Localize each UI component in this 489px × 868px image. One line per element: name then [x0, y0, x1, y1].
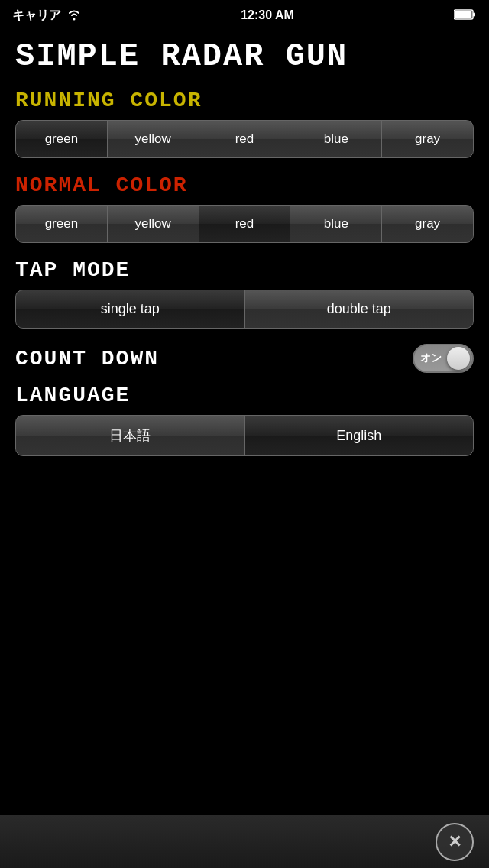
normal-color-green[interactable]: green — [16, 206, 108, 242]
svg-point-0 — [73, 18, 76, 21]
countdown-row: COUNT DOWN オン — [15, 344, 474, 373]
status-bar: キャリア 12:30 AM — [0, 0, 489, 31]
normal-color-yellow[interactable]: yellow — [108, 206, 199, 242]
tap-mode-buttons: single tap double tap — [15, 290, 474, 329]
status-time: 12:30 AM — [241, 8, 294, 22]
tap-mode-label: TAP MODE — [15, 258, 474, 282]
normal-color-buttons: green yellow red blue gray — [15, 205, 474, 243]
language-buttons: 日本語 English — [15, 415, 474, 456]
running-color-blue[interactable]: blue — [290, 121, 382, 157]
running-color-gray[interactable]: gray — [382, 121, 473, 157]
normal-color-red[interactable]: red — [199, 206, 291, 242]
language-english[interactable]: English — [245, 416, 474, 455]
normal-color-blue[interactable]: blue — [290, 206, 382, 242]
running-color-green[interactable]: green — [16, 121, 108, 157]
svg-rect-2 — [455, 11, 472, 18]
svg-rect-3 — [473, 12, 475, 16]
tap-mode-single[interactable]: single tap — [16, 290, 245, 328]
normal-color-gray[interactable]: gray — [382, 206, 473, 242]
countdown-label: COUNT DOWN — [15, 347, 159, 371]
app-title: SIMPLE RADAR GUN — [15, 38, 474, 75]
running-color-red[interactable]: red — [199, 121, 291, 157]
countdown-toggle[interactable]: オン — [413, 344, 474, 373]
normal-color-label: NORMAL COLOR — [15, 173, 474, 197]
status-left: キャリア — [12, 8, 81, 24]
running-color-buttons: green yellow red blue gray — [15, 120, 474, 158]
tap-mode-double[interactable]: double tap — [245, 290, 474, 328]
status-battery — [454, 8, 477, 23]
bottom-bar: ✕ — [0, 815, 489, 868]
carrier-label: キャリア — [12, 8, 61, 24]
toggle-thumb — [447, 347, 470, 370]
close-button[interactable]: ✕ — [436, 823, 474, 861]
countdown-toggle-container: オン — [413, 344, 474, 373]
running-color-label: RUNNING COLOR — [15, 89, 474, 112]
toggle-on-label: オン — [420, 351, 442, 365]
language-japanese[interactable]: 日本語 — [16, 416, 245, 455]
main-content: SIMPLE RADAR GUN RUNNING COLOR green yel… — [0, 31, 489, 487]
wifi-icon — [67, 10, 81, 21]
running-color-yellow[interactable]: yellow — [108, 121, 199, 157]
language-label: LANGUAGE — [15, 384, 474, 407]
